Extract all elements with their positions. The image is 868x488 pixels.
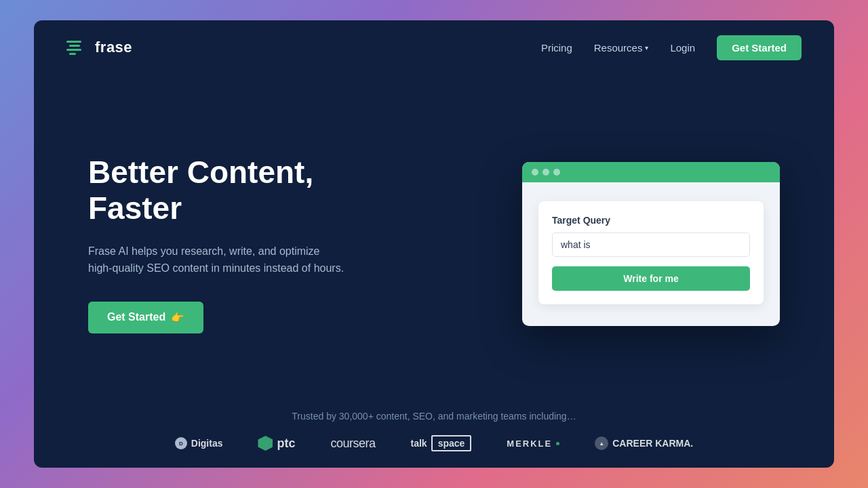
hero-get-started-button[interactable]: Get Started 👉 xyxy=(88,302,203,333)
write-for-me-button[interactable]: Write for me xyxy=(552,266,750,291)
navbar: frase Pricing Resources ▾ Login Get Star… xyxy=(34,20,834,75)
query-card: Target Query Write for me xyxy=(538,201,764,304)
digitas-icon: D xyxy=(175,437,187,449)
logo-area: frase xyxy=(66,37,132,58)
hero-section: Better Content, Faster Frase AI helps yo… xyxy=(34,75,834,400)
logo-merkle: MERKLE xyxy=(507,439,559,449)
hero-left: Better Content, Faster Frase AI helps yo… xyxy=(88,155,414,333)
browser-bar xyxy=(522,162,780,182)
main-window: frase Pricing Resources ▾ Login Get Star… xyxy=(34,20,834,468)
logos-row: D Digitas ptc coursera talkspace MERKLE … xyxy=(66,435,802,451)
chevron-down-icon: ▾ xyxy=(645,44,648,52)
hero-description: Frase AI helps you research, write, and … xyxy=(88,243,346,277)
nav-links: Pricing Resources ▾ Login Get Started xyxy=(541,35,802,60)
hero-title: Better Content, Faster xyxy=(88,155,414,226)
logo-icon xyxy=(66,37,88,58)
logo-talkspace: talkspace xyxy=(411,435,472,451)
cta-icon: 👉 xyxy=(171,311,184,324)
query-label: Target Query xyxy=(552,215,750,226)
nav-resources[interactable]: Resources ▾ xyxy=(594,42,649,54)
browser-dot-1 xyxy=(532,169,538,176)
ptc-icon xyxy=(258,436,273,451)
browser-dot-3 xyxy=(553,169,560,176)
ui-card-wrapper: Target Query Write for me xyxy=(522,162,780,326)
trusted-section: Trusted by 30,000+ content, SEO, and mar… xyxy=(34,400,834,468)
nav-pricing[interactable]: Pricing xyxy=(541,42,572,54)
nav-get-started-button[interactable]: Get Started xyxy=(717,35,802,60)
career-karma-icon: ▲ xyxy=(595,436,608,450)
browser-window: Target Query Write for me xyxy=(522,162,780,326)
logo-ptc: ptc xyxy=(258,436,295,451)
nav-login[interactable]: Login xyxy=(670,42,695,54)
query-input[interactable] xyxy=(552,232,750,257)
trusted-text: Trusted by 30,000+ content, SEO, and mar… xyxy=(66,411,802,422)
logo-career-karma: ▲ CAREER KARMA. xyxy=(595,436,693,450)
logo-coursera: coursera xyxy=(330,436,375,451)
browser-dot-2 xyxy=(542,169,549,176)
logo-digitas: D Digitas xyxy=(175,437,223,449)
logo-text: frase xyxy=(95,39,132,56)
browser-body: Target Query Write for me xyxy=(522,182,780,326)
